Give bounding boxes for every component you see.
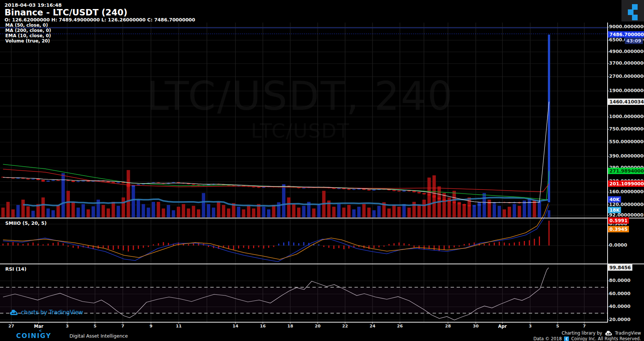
coinigy-tagline: Digital Asset Intelligence (69, 333, 128, 339)
indicator-label-volume[interactable]: Volume (true, 20) (5, 38, 50, 44)
tradingview-text: TradingView (615, 330, 641, 336)
chart-canvas[interactable] (0, 0, 644, 341)
charts-by-tradingview-link[interactable]: charts by TradingView (9, 309, 83, 316)
coinigy-menu-button[interactable] (621, 0, 644, 21)
charts-by-tradingview-text: charts by TradingView (21, 309, 83, 316)
ohlc-readout: O: 126.62000000 H: 7489.49000000 L: 126.… (5, 17, 195, 23)
smiio-panel-label[interactable]: SMIIO (5, 20, 5) (5, 220, 47, 226)
indicator-label-ema10[interactable]: EMA (10, close, 0) (5, 33, 51, 38)
charting-library-text: Charting library by (562, 330, 602, 336)
coinigy-logo[interactable]: COINIGY (16, 332, 51, 339)
tradingview-cloud-icon (605, 331, 613, 336)
chart-title: Binance - LTC/USDT (240) (5, 8, 127, 17)
indicator-label-ma50[interactable]: MA (50, close, 0) (5, 23, 48, 28)
rights-text: Coinigy Inc. All Rights Reserved. (571, 336, 641, 341)
price-scale[interactable] (607, 23, 644, 322)
coinigy-square-icon: ❮ (564, 336, 569, 341)
rsi-panel-label[interactable]: RSI (14) (5, 266, 26, 272)
coinigy-logo-mark-icon: < (39, 329, 42, 333)
charting-library-attribution[interactable]: Charting library by TradingView (562, 330, 641, 336)
coinigy-chevron-icon (621, 0, 644, 21)
chart-timestamp: 2018-04-03 19:16:48 (5, 2, 62, 8)
data-copyright-text: Data © 2018 (534, 336, 562, 341)
copyright-line: Data © 2018 ❮ Coinigy Inc. All Rights Re… (534, 336, 641, 341)
tradingview-logo-icon (9, 310, 18, 315)
coinigy-chart-app: LTC/USDT, 240 LTC/USDT 2018-04-03 19:16:… (0, 0, 644, 341)
indicator-label-ma200[interactable]: MA (200, close, 0) (5, 28, 51, 33)
